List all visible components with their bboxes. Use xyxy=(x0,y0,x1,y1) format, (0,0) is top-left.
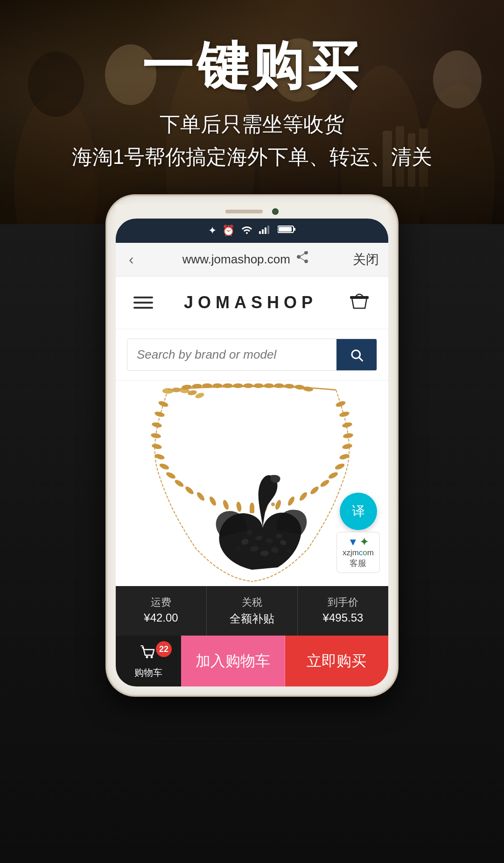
final-price-info: 到手价 ¥495.53 xyxy=(297,586,388,636)
site-header: JOMASHOP xyxy=(116,276,388,329)
bluetooth-icon: ✦ xyxy=(208,225,217,237)
status-bar: ✦ ⏰ xyxy=(116,219,388,243)
svg-point-46 xyxy=(150,432,161,439)
svg-point-33 xyxy=(212,383,223,388)
xzj-logo-icon: ✦ xyxy=(360,536,368,548)
add-to-cart-button[interactable]: 加入购物车 xyxy=(181,636,285,686)
action-bar: 22 购物车 加入购物车 立即购买 xyxy=(116,636,388,686)
svg-point-70 xyxy=(274,499,282,510)
xzj-brand-text: xzjmcom xyxy=(343,548,374,558)
svg-rect-16 xyxy=(262,229,264,234)
xzj-service-label: 客服 xyxy=(350,558,366,569)
hero-subtitle-line1: 下单后只需坐等收货 xyxy=(0,108,504,141)
tax-info: 关税 全额补贴 xyxy=(206,586,297,636)
svg-rect-18 xyxy=(267,226,269,234)
svg-point-40 xyxy=(284,383,294,389)
xzj-service-badge[interactable]: ▼ ✦ xzjmcom 客服 xyxy=(336,532,380,573)
svg-point-60 xyxy=(342,422,353,428)
final-price-label: 到手价 xyxy=(302,595,384,609)
svg-point-75 xyxy=(260,551,269,556)
svg-point-67 xyxy=(309,485,320,495)
url-text: www.jomashop.com xyxy=(182,252,290,267)
svg-point-87 xyxy=(151,656,153,658)
svg-point-55 xyxy=(222,499,230,510)
buy-now-button[interactable]: 立即购买 xyxy=(285,636,389,686)
menu-line xyxy=(133,302,153,304)
back-button[interactable]: ‹ xyxy=(125,247,138,272)
svg-point-56 xyxy=(236,501,242,512)
camera-dot xyxy=(272,208,279,215)
svg-point-45 xyxy=(151,422,162,428)
svg-point-68 xyxy=(298,491,308,502)
close-button[interactable]: 关闭 xyxy=(353,251,379,269)
search-button[interactable] xyxy=(336,339,377,370)
svg-point-72 xyxy=(271,502,275,506)
svg-point-62 xyxy=(342,443,353,450)
svg-rect-22 xyxy=(350,296,369,299)
search-bar xyxy=(127,339,377,371)
svg-point-86 xyxy=(146,656,148,658)
svg-point-32 xyxy=(202,383,212,388)
svg-point-47 xyxy=(151,443,162,450)
product-area: 译 ▼ ✦ xzjmcom 客服 xyxy=(116,381,388,586)
svg-line-24 xyxy=(359,357,363,361)
cart-action-label: 购物车 xyxy=(134,666,162,679)
svg-point-43 xyxy=(158,400,169,408)
signal-icon xyxy=(259,225,272,237)
shipping-info: 运费 ¥42.00 xyxy=(116,586,206,636)
menu-line xyxy=(133,297,153,298)
shipping-value: ¥42.00 xyxy=(120,611,202,624)
svg-rect-17 xyxy=(265,227,266,234)
phone-top-details xyxy=(116,205,388,219)
tax-label: 关税 xyxy=(211,595,293,609)
hamburger-menu[interactable] xyxy=(130,293,157,312)
cart-button[interactable] xyxy=(344,286,374,319)
search-input[interactable] xyxy=(127,339,336,370)
svg-point-37 xyxy=(253,383,264,388)
phone-mockup: ✦ ⏰ xyxy=(107,196,397,695)
hero-title: 一键购买 xyxy=(0,37,504,94)
svg-point-54 xyxy=(208,495,217,507)
svg-point-14 xyxy=(246,232,248,234)
svg-rect-20 xyxy=(294,228,295,231)
svg-point-65 xyxy=(328,471,339,480)
svg-point-35 xyxy=(233,383,243,388)
tax-value: 全额补贴 xyxy=(211,611,293,626)
hero-subtitle-line2: 海淘1号帮你搞定海外下单、转运、清关 xyxy=(0,141,504,173)
svg-point-61 xyxy=(343,432,353,439)
status-icons: ✦ ⏰ xyxy=(208,225,296,237)
cart-count-badge: 22 xyxy=(156,641,172,657)
url-bar: www.jomashop.com xyxy=(145,251,345,268)
svg-point-66 xyxy=(319,479,330,488)
svg-point-44 xyxy=(154,410,165,417)
svg-point-80 xyxy=(266,538,273,543)
svg-point-53 xyxy=(196,491,206,502)
svg-point-59 xyxy=(339,410,350,417)
svg-point-48 xyxy=(154,453,165,460)
browser-bar: ‹ www.jomashop.com 关闭 xyxy=(116,243,388,276)
svg-point-64 xyxy=(334,462,345,471)
svg-point-51 xyxy=(174,479,185,488)
svg-point-49 xyxy=(159,462,170,471)
svg-rect-85 xyxy=(250,506,254,513)
site-logo: JOMASHOP xyxy=(184,293,317,312)
info-bar: 运费 ¥42.00 关税 全额补贴 到手价 ¥495.53 xyxy=(116,586,388,636)
xzj-logo-text: ▼ xyxy=(348,536,358,548)
cart-icon-area[interactable]: 22 购物车 xyxy=(116,636,181,686)
phone-screen: ✦ ⏰ xyxy=(116,219,388,686)
search-icon xyxy=(350,348,364,362)
svg-point-52 xyxy=(184,485,195,495)
final-price-value: ¥495.53 xyxy=(302,611,384,624)
svg-point-38 xyxy=(264,383,274,388)
svg-rect-15 xyxy=(259,231,261,234)
menu-line xyxy=(133,307,153,309)
translate-button[interactable]: 译 xyxy=(340,493,377,530)
hero-subtitle: 下单后只需坐等收货 海淘1号帮你搞定海外下单、转运、清关 xyxy=(0,108,504,174)
battery-icon xyxy=(278,225,296,237)
hero-section: 一键购买 下单后只需坐等收货 海淘1号帮你搞定海外下单、转运、清关 xyxy=(0,37,504,174)
share-icon[interactable] xyxy=(296,251,308,268)
svg-point-69 xyxy=(287,495,296,507)
svg-point-39 xyxy=(274,383,284,388)
svg-point-63 xyxy=(339,453,350,460)
xzj-logo: ▼ ✦ xyxy=(348,536,369,548)
